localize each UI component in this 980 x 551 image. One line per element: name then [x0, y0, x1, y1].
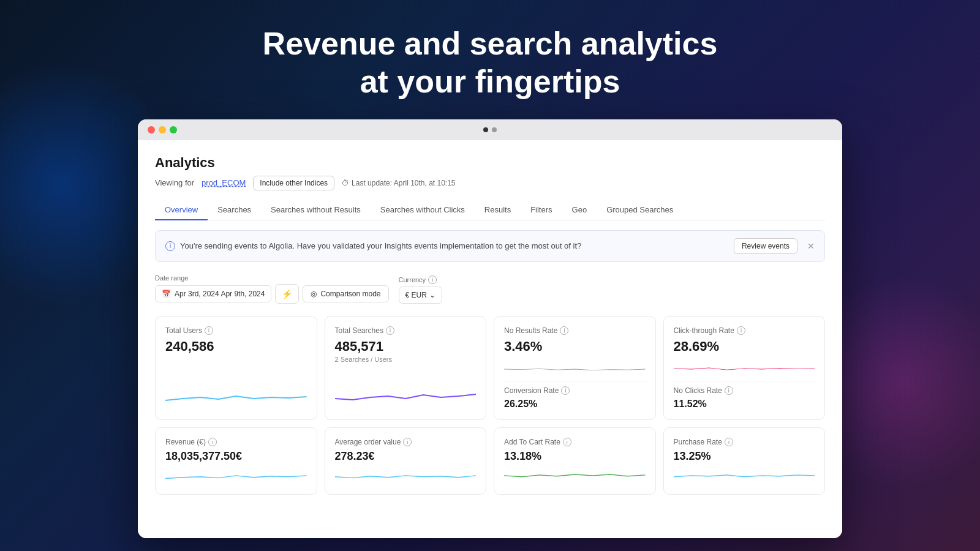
aov-value: 278.23€ — [335, 450, 477, 463]
metric-card-aov: Average order value i 278.23€ — [325, 427, 487, 495]
conversion-rate-label: Conversion Rate — [504, 386, 559, 395]
analytics-body: Analytics Viewing for prod_ECOM Include … — [138, 140, 842, 538]
tab-results[interactable]: Results — [475, 200, 521, 220]
date-range-picker[interactable]: 📅 Apr 3rd, 2024 Apr 9th, 2024 — [155, 285, 271, 302]
tab-geo[interactable]: Geo — [562, 200, 597, 220]
metric-card-total-searches: Total Searches i 485,571 2 Searches / Us… — [325, 316, 487, 420]
revenue-label: Revenue (€) — [165, 438, 206, 446]
tab-searches-no-clicks[interactable]: Searches without Clicks — [371, 200, 475, 220]
no-clicks-rate-info-icon: i — [725, 386, 733, 395]
last-update: ⏱ Last update: April 10th, at 10:15 — [342, 179, 455, 187]
metric-card-ctr: Click-through Rate i 28.69% No Clicks Ra… — [663, 316, 826, 420]
currency-select[interactable]: € EUR ⌄ — [399, 287, 442, 304]
total-users-info-icon: i — [205, 326, 213, 335]
hero-title: Revenue and search analytics at your fin… — [263, 24, 718, 101]
total-users-label: Total Users — [165, 326, 202, 335]
tabs-bar: Overview Searches Searches without Resul… — [155, 200, 825, 220]
conversion-rate-info-icon: i — [561, 386, 570, 395]
currency-info-icon: i — [428, 276, 437, 284]
index-link[interactable]: prod_ECOM — [202, 178, 246, 187]
tab-searches-no-results[interactable]: Searches without Results — [261, 200, 371, 220]
controls-row: Date range 📅 Apr 3rd, 2024 Apr 9th, 2024… — [155, 274, 825, 304]
purchase-rate-info-icon: i — [725, 438, 733, 446]
atcr-label: Add To Cart Rate — [504, 438, 560, 446]
no-results-rate-info-icon: i — [560, 326, 568, 335]
purchase-rate-value: 13.25% — [674, 450, 815, 463]
no-clicks-rate-value: 11.52% — [674, 399, 815, 410]
conversion-rate-value: 26.25% — [504, 399, 646, 410]
clock-icon: ⏱ — [342, 179, 349, 187]
info-banner: i You're sending events to Algolia. Have… — [155, 230, 825, 262]
review-events-btn[interactable]: Review events — [734, 238, 797, 254]
ctr-info-icon: i — [737, 326, 745, 335]
viewing-for-label: Viewing for — [155, 178, 194, 187]
filter-btn[interactable]: ⚡ — [275, 284, 299, 304]
total-users-value: 240,586 — [165, 339, 307, 354]
no-clicks-rate-label: No Clicks Rate — [674, 386, 722, 395]
no-results-rate-label: No Results Rate — [504, 326, 557, 335]
purchase-rate-label: Purchase Rate — [674, 438, 722, 446]
total-searches-info-icon: i — [386, 326, 394, 335]
ctr-value: 28.69% — [674, 339, 815, 354]
tab-filters[interactable]: Filters — [521, 200, 562, 220]
comparison-icon: ◎ — [311, 290, 317, 298]
filter-icon: ⚡ — [282, 289, 292, 299]
nav-dot-2 — [492, 127, 497, 132]
browser-dot-close[interactable] — [148, 126, 155, 133]
currency-label: Currency i — [399, 276, 442, 284]
nav-dot-1 — [483, 127, 488, 132]
atcr-info-icon: i — [563, 438, 571, 446]
aov-info-icon: i — [403, 438, 412, 446]
no-results-rate-value: 3.46% — [504, 339, 646, 354]
metrics-grid-row1: Total Users i 240,586 Total Searches i 4… — [155, 316, 825, 420]
metric-card-purchase-rate: Purchase Rate i 13.25% — [663, 427, 826, 495]
page-title: Analytics — [155, 155, 825, 171]
revenue-info-icon: i — [208, 438, 217, 446]
calendar-icon: 📅 — [162, 290, 171, 298]
ctr-label: Click-through Rate — [674, 326, 734, 335]
total-searches-sub: 2 Searches / Users — [335, 356, 477, 363]
browser-window: Analytics Viewing for prod_ECOM Include … — [138, 119, 842, 538]
metric-card-no-results-rate: No Results Rate i 3.46% Conversion Rate … — [494, 316, 656, 420]
chevron-icon: ⌄ — [429, 291, 435, 299]
include-other-indices-btn[interactable]: Include other Indices — [253, 176, 334, 190]
tab-grouped-searches[interactable]: Grouped Searches — [597, 200, 683, 220]
browser-chrome — [138, 119, 842, 140]
metric-card-revenue: Revenue (€) i 18,035,377.50€ — [155, 427, 317, 495]
aov-label: Average order value — [335, 438, 401, 446]
info-icon: i — [165, 241, 175, 251]
browser-dot-maximize[interactable] — [170, 126, 177, 133]
browser-dot-minimize[interactable] — [159, 126, 166, 133]
metric-card-atcr: Add To Cart Rate i 13.18% — [494, 427, 656, 495]
metrics-grid-row2: Revenue (€) i 18,035,377.50€ Average ord… — [155, 427, 825, 495]
tab-searches[interactable]: Searches — [208, 200, 261, 220]
tab-overview[interactable]: Overview — [155, 200, 208, 220]
close-banner-icon[interactable]: ✕ — [807, 241, 815, 251]
total-searches-label: Total Searches — [335, 326, 383, 335]
date-range-label: Date range — [155, 274, 389, 282]
subtitle-bar: Viewing for prod_ECOM Include other Indi… — [155, 176, 825, 190]
atcr-value: 13.18% — [504, 450, 646, 463]
revenue-value: 18,035,377.50€ — [165, 450, 307, 463]
comparison-mode-btn[interactable]: ◎ Comparison mode — [303, 285, 388, 302]
metric-card-total-users: Total Users i 240,586 — [155, 316, 317, 420]
info-message: You're sending events to Algolia. Have y… — [180, 241, 581, 250]
total-searches-value: 485,571 — [335, 339, 477, 354]
